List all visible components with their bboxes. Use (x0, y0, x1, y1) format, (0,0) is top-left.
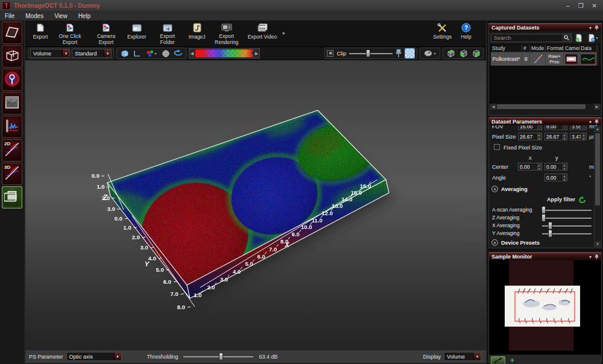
menu-help[interactable]: Help (78, 13, 91, 19)
parameters-vscrollbar[interactable]: ▲ ▼ (594, 126, 601, 247)
x-averaging-slider[interactable] (542, 222, 592, 230)
sidebar-mode-spectrum[interactable] (2, 116, 22, 138)
menu-view[interactable]: View (54, 13, 68, 19)
export-video-button[interactable]: Export Video (245, 20, 280, 46)
spinner-arrows[interactable]: ▴▾ (581, 133, 586, 140)
export-dataset-button[interactable]: ▾ (586, 33, 599, 42)
spinner-arrows[interactable]: ▴▾ (561, 163, 567, 170)
clip-slider[interactable] (349, 49, 393, 57)
datasets-hscrollbar[interactable]: ◀▶ (490, 104, 600, 110)
minimize-button[interactable]: – (566, 2, 570, 9)
render-mode-select[interactable]: Volume ▾ (30, 49, 70, 58)
pin-icon[interactable] (595, 119, 599, 125)
export-button[interactable]: Export (29, 20, 52, 46)
column-header-num[interactable]: # (522, 45, 530, 52)
y-averaging-slider[interactable] (542, 230, 592, 237)
z-averaging-slider[interactable] (542, 214, 592, 222)
sidebar-mode-2d-polarization[interactable]: 2D (2, 139, 22, 162)
one-click-export-button[interactable]: One Click Export (52, 20, 88, 46)
colormap-left-arrow[interactable]: ◀ (189, 49, 195, 58)
camera-view[interactable] (489, 260, 601, 354)
table-row[interactable]: Polkontrast*9Raw+ Proc (491, 52, 599, 66)
display-select[interactable]: Volume ▾ (444, 352, 481, 361)
averaging-section-header[interactable]: ∧Averaging (491, 186, 528, 192)
clip-plane-button[interactable] (405, 48, 415, 58)
search-input[interactable]: Search (491, 34, 572, 42)
spinner-arrows[interactable]: ▴▾ (561, 174, 567, 181)
pin-icon[interactable] (595, 25, 599, 31)
pixel-size-value-1[interactable]: 26.67▴▾ (545, 133, 567, 140)
ps-parameter-select[interactable]: Optic axis ▾ (66, 352, 122, 361)
sphere-view-button[interactable] (160, 48, 171, 58)
colormap-gradient[interactable]: ▾ (195, 49, 253, 57)
settings-button[interactable]: Settings (430, 20, 455, 46)
column-header-mode[interactable]: Mode (530, 45, 546, 52)
center-value-1[interactable]: 0.00▴▾ (545, 163, 567, 171)
chevron-down-icon[interactable]: ▾ (282, 31, 285, 36)
collapse-section-icon[interactable]: ∧ (491, 186, 498, 192)
fov-value-1[interactable]: 8.00▾ (545, 125, 567, 130)
probe-tool-button[interactable] (491, 356, 505, 364)
slice-cube-top-button[interactable] (445, 48, 456, 58)
column-header-camera[interactable]: Camera (564, 45, 579, 52)
camera-export-button[interactable]: Camera Export (88, 20, 124, 46)
slider-thumb[interactable] (541, 214, 546, 222)
collapse-section-icon[interactable]: ∧ (491, 239, 498, 246)
sidebar-mode-3d-polarization[interactable]: 3D (2, 163, 22, 185)
pin-icon[interactable] (595, 254, 599, 260)
chevron-down-icon[interactable]: ▾ (581, 125, 586, 130)
spinner-arrows[interactable]: ▴▾ (536, 133, 541, 140)
chevron-down-icon[interactable]: ▾ (561, 125, 567, 130)
pin-icon[interactable] (396, 49, 402, 58)
column-header-data[interactable]: Data (579, 45, 597, 52)
preset-select[interactable]: Standard ▾ (72, 49, 112, 58)
help-button[interactable]: ?Help (455, 20, 478, 46)
show-axes-button[interactable] (131, 48, 142, 58)
device-presets-section-header[interactable]: ∧Device Presets (491, 239, 540, 246)
volume-3d-viewport[interactable]: 1.02.03.04.05.06.07.08.09.010.011.012.01… (25, 60, 486, 350)
import-dataset-button[interactable] (573, 33, 584, 42)
clip-checkbox[interactable]: ✕ (327, 50, 333, 57)
sidebar-mode-review[interactable] (2, 186, 22, 209)
fov-value-0[interactable]: 16.00▾ (518, 125, 542, 130)
apply-filter-refresh-icon[interactable] (578, 195, 587, 206)
spinner-arrows[interactable]: ▴▾ (561, 133, 567, 140)
add-scan-pattern-button[interactable]: + (510, 357, 514, 364)
sidebar-mode-3d-scan[interactable] (2, 45, 22, 67)
export-folder-button[interactable]: Export Folder (150, 20, 186, 46)
center-value-0[interactable]: 0.00▴▾ (518, 163, 542, 171)
thresholding-slider[interactable] (183, 353, 253, 360)
fixed-pixel-size-checkbox[interactable] (494, 144, 500, 150)
render-quality-button[interactable]: ▾ (422, 48, 438, 58)
sidebar-mode-doppler[interactable] (2, 69, 22, 91)
menu-modes[interactable]: Modes (25, 13, 43, 19)
explorer-button[interactable]: Explorer (124, 20, 150, 46)
slice-cube-left-button[interactable] (458, 48, 469, 58)
imagej-button[interactable]: ImageJ (186, 20, 209, 46)
restore-button[interactable]: ❐ (578, 2, 584, 9)
rotate-view-button[interactable] (173, 48, 184, 58)
collapse-icon[interactable]: ▾ (589, 119, 592, 125)
spinner-arrows[interactable]: ▴▾ (536, 163, 541, 170)
angle-value[interactable]: 0.00▴▾ (545, 174, 567, 181)
collapse-icon[interactable]: ▾ (589, 254, 592, 260)
pixel-size-value-2[interactable]: 3.47▴▾ (570, 133, 587, 140)
a-scan-averaging-slider[interactable] (542, 206, 592, 214)
search-icon[interactable] (562, 34, 571, 42)
column-header-study[interactable]: Study (491, 45, 522, 52)
close-button[interactable]: ✕ (592, 2, 597, 9)
show-cube-button[interactable] (119, 48, 130, 58)
sidebar-mode-2d-scan[interactable] (2, 22, 22, 44)
slider-thumb[interactable] (541, 206, 546, 214)
slider-thumb[interactable] (548, 230, 552, 237)
collapse-icon[interactable]: ▾ (589, 25, 592, 31)
sidebar-mode-speckle[interactable] (2, 92, 22, 115)
colormap-right-arrow[interactable]: ▶ (254, 49, 259, 58)
export-rendering-button[interactable]: Export Rendering (209, 20, 245, 46)
slice-cube-front-button[interactable] (470, 48, 481, 58)
column-header-format[interactable]: Format (546, 45, 564, 52)
menu-file[interactable]: File (5, 13, 14, 19)
channel-colors-button[interactable]: ▾ (144, 48, 159, 58)
fov-value-2[interactable]: 3.55▾ (570, 125, 587, 130)
slider-thumb[interactable] (548, 222, 552, 230)
